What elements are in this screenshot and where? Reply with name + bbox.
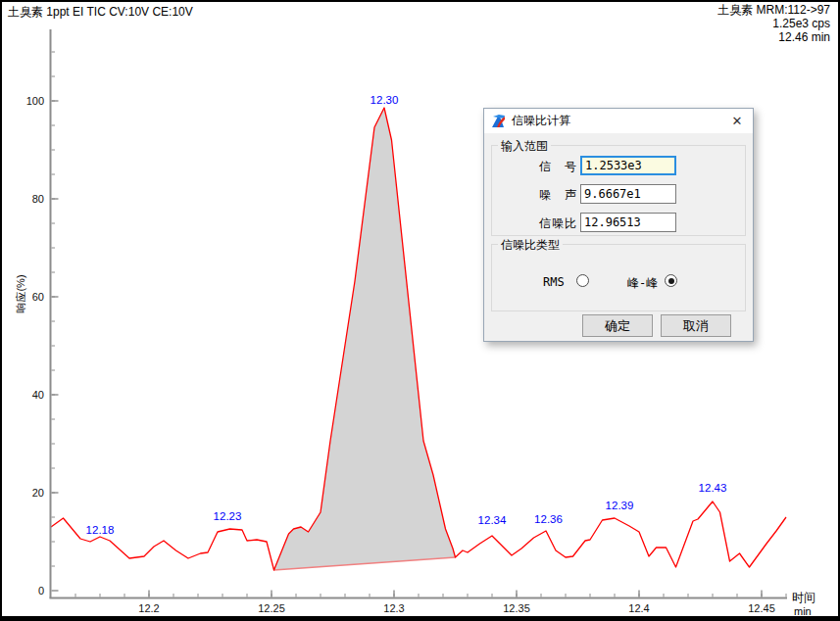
snr-dialog: 信噪比计算 ✕ 输入范围 信 号 噪 声 信噪比 信噪比类型 RMS: [483, 108, 754, 342]
svg-text:12.25: 12.25: [258, 602, 285, 614]
svg-text:12.2: 12.2: [138, 602, 159, 614]
svg-text:20: 20: [32, 487, 44, 499]
signal-label: 信 号: [492, 159, 577, 175]
trace-retention-time: 12.46 min: [717, 30, 830, 44]
svg-text:min: min: [794, 605, 812, 617]
peak-peak-radio[interactable]: [665, 274, 677, 287]
rms-radio[interactable]: [576, 274, 589, 287]
rms-option-label: RMS: [543, 275, 565, 289]
ok-button[interactable]: 确定: [582, 314, 653, 337]
signal-input[interactable]: [580, 156, 676, 175]
peak-peak-option-label: 峰-峰: [627, 275, 658, 292]
app-window: 土臭素 1ppt EI TIC CV:10V CE:10V 土臭素 MRM:11…: [0, 0, 840, 621]
svg-text:12.39: 12.39: [606, 500, 634, 511]
svg-text:时间: 时间: [792, 591, 815, 604]
svg-text:12.30: 12.30: [371, 94, 399, 106]
svg-text:100: 100: [26, 95, 44, 107]
svg-text:0: 0: [38, 585, 44, 597]
input-range-group: 输入范围 信 号 噪 声 信噪比: [491, 145, 746, 236]
svg-text:12.36: 12.36: [534, 513, 563, 525]
close-icon[interactable]: ✕: [721, 109, 753, 133]
signal-row: 信 号: [492, 156, 745, 175]
svg-text:12.23: 12.23: [214, 510, 242, 522]
noise-row: 噪 声: [492, 184, 745, 204]
snr-type-group-title: 信噪比类型: [498, 237, 563, 254]
snr-label: 信噪比: [492, 215, 577, 232]
svg-text:12.34: 12.34: [478, 514, 507, 526]
snr-type-options: RMS 峰-峰: [492, 274, 745, 288]
svg-text:12.18: 12.18: [86, 524, 115, 536]
svg-text:12.43: 12.43: [699, 482, 727, 494]
cancel-button[interactable]: 取消: [661, 314, 731, 337]
dialog-title: 信噪比计算: [512, 113, 570, 129]
trace-title: 土臭素 MRM:112->97: [717, 3, 830, 17]
svg-text:60: 60: [32, 291, 44, 303]
input-range-group-title: 输入范围: [498, 138, 551, 155]
noise-input[interactable]: [580, 184, 676, 204]
trace-info-header: 土臭素 MRM:112->97 1.25e3 cps 12.46 min: [717, 3, 830, 44]
snr-type-group: 信噪比类型 RMS 峰-峰: [491, 244, 746, 311]
trace-intensity: 1.25e3 cps: [717, 17, 830, 30]
svg-text:12.35: 12.35: [503, 602, 530, 614]
svg-text:12.45: 12.45: [748, 602, 775, 614]
app-logo-icon: [491, 114, 506, 128]
sample-info-header: 土臭素 1ppt EI TIC CV:10V CE:10V: [8, 4, 193, 21]
svg-text:响应(%): 响应(%): [15, 274, 26, 312]
svg-text:40: 40: [32, 389, 44, 401]
svg-text:12.4: 12.4: [628, 602, 649, 614]
dialog-titlebar[interactable]: 信噪比计算 ✕: [484, 109, 753, 133]
snr-row: 信噪比: [492, 213, 745, 232]
snr-input[interactable]: [580, 213, 676, 232]
svg-text:80: 80: [32, 193, 44, 205]
svg-text:12.3: 12.3: [383, 602, 404, 614]
noise-label: 噪 声: [492, 187, 577, 204]
